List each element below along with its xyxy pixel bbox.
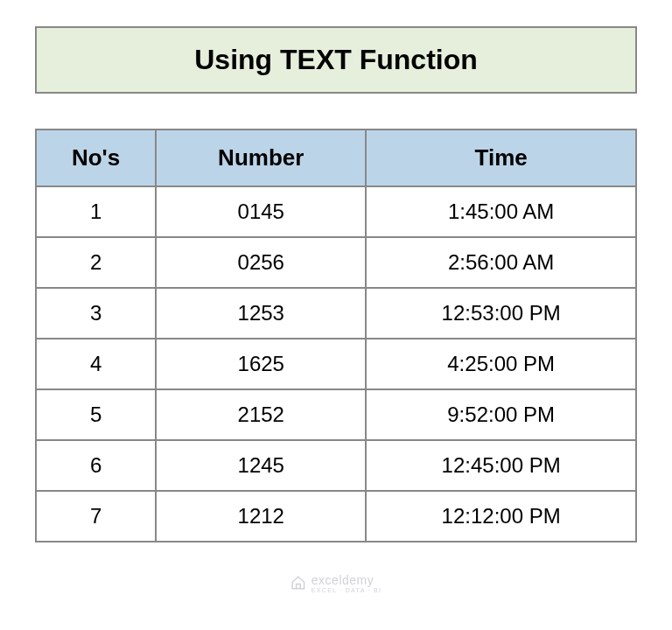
cell-nos: 4 xyxy=(36,339,156,389)
table-row: 6 1245 12:45:00 PM xyxy=(36,440,636,491)
title-banner: Using TEXT Function xyxy=(35,26,637,94)
cell-time: 9:52:00 PM xyxy=(366,389,636,440)
header-nos: No's xyxy=(36,130,156,186)
watermark-main: exceldemy xyxy=(312,574,382,586)
cell-number: 1253 xyxy=(156,288,366,339)
table-row: 3 1253 12:53:00 PM xyxy=(36,288,636,339)
cell-nos: 7 xyxy=(36,491,156,542)
cell-nos: 5 xyxy=(36,389,156,440)
cell-number: 1245 xyxy=(156,440,366,491)
cell-number: 0256 xyxy=(156,237,366,288)
header-number: Number xyxy=(156,130,366,186)
watermark: exceldemy EXCEL · DATA · BI xyxy=(290,574,382,593)
watermark-text: exceldemy EXCEL · DATA · BI xyxy=(312,574,382,593)
page-title: Using TEXT Function xyxy=(46,44,626,76)
table-row: 7 1212 12:12:00 PM xyxy=(36,491,636,542)
table-header-row: No's Number Time xyxy=(36,130,636,186)
cell-number: 1212 xyxy=(156,491,366,542)
table-row: 1 0145 1:45:00 AM xyxy=(36,186,636,237)
cell-nos: 3 xyxy=(36,288,156,339)
table-row: 2 0256 2:56:00 AM xyxy=(36,237,636,288)
table-row: 5 2152 9:52:00 PM xyxy=(36,389,636,440)
cell-nos: 2 xyxy=(36,237,156,288)
cell-time: 12:53:00 PM xyxy=(366,288,636,339)
cell-number: 2152 xyxy=(156,389,366,440)
header-time: Time xyxy=(366,130,636,186)
watermark-sub: EXCEL · DATA · BI xyxy=(312,587,382,593)
data-table: No's Number Time 1 0145 1:45:00 AM 2 025… xyxy=(35,129,637,542)
cell-time: 12:45:00 PM xyxy=(366,440,636,491)
cell-number: 1625 xyxy=(156,339,366,389)
table-row: 4 1625 4:25:00 PM xyxy=(36,339,636,389)
cell-time: 12:12:00 PM xyxy=(366,491,636,542)
cell-number: 0145 xyxy=(156,186,366,237)
cell-nos: 1 xyxy=(36,186,156,237)
cell-time: 4:25:00 PM xyxy=(366,339,636,389)
cell-nos: 6 xyxy=(36,440,156,491)
cell-time: 1:45:00 AM xyxy=(366,186,636,237)
cell-time: 2:56:00 AM xyxy=(366,237,636,288)
house-icon xyxy=(290,575,306,593)
